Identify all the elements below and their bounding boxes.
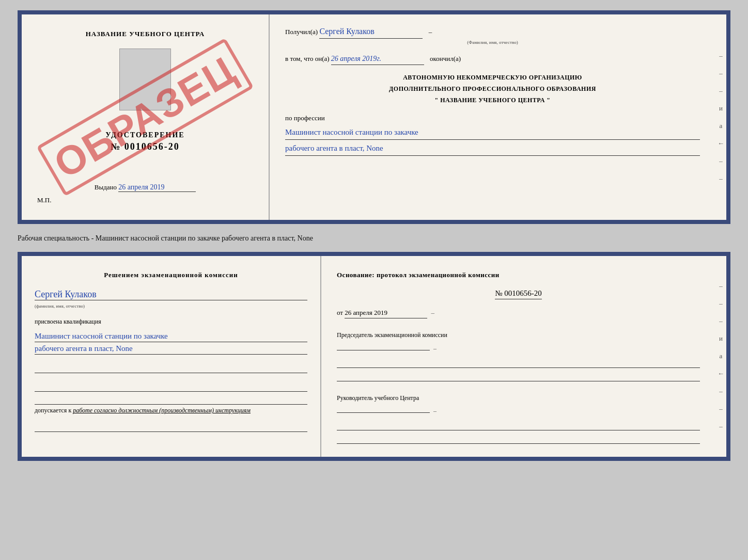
kvali-block: Машинист насосной станции по закачке раб… bbox=[35, 330, 307, 355]
predsedatel-signature-line bbox=[337, 341, 430, 350]
komissia-text: Решением экзаменационной комиссии bbox=[104, 271, 238, 279]
osnovanie-label: Основание: протокол экзаменационной коми… bbox=[337, 269, 700, 281]
vydano-line: Выдано 26 апреля 2019 bbox=[95, 152, 196, 192]
blank-line-r3 bbox=[337, 421, 700, 430]
cert-right-panel: Получил(a) Сергей Кулаков – (Фамилия, им… bbox=[270, 14, 715, 220]
protocol-number-block: № 0010656-20 bbox=[337, 287, 700, 299]
cert-left-panel: НАЗВАНИЕ УЧЕБНОГО ЦЕНТРА ОБРАЗЕЦ УДОСТОВ… bbox=[22, 14, 270, 220]
bottom-right-panel: Основание: протокол экзаменационной коми… bbox=[321, 256, 715, 457]
poluchil-label: Получил(a) bbox=[285, 28, 318, 36]
familiya-label-top: (Фамилия, имя, отчество) bbox=[285, 39, 700, 46]
vydano-label: Выдано bbox=[95, 183, 117, 191]
blank-line-1 bbox=[35, 363, 307, 373]
blank-line-r2 bbox=[337, 372, 700, 381]
udost-number: № 0010656-20 bbox=[105, 141, 184, 152]
vtom-label: в том, что он(a) bbox=[285, 55, 330, 62]
predsedatel-block: Председатель экзаменационной комиссии – bbox=[337, 330, 700, 381]
vtom-date: 26 апреля 2019г. bbox=[331, 53, 424, 65]
komissia-title: Решением экзаменационной комиссии bbox=[35, 269, 307, 281]
vtom-row: в том, что он(a) 26 апреля 2019г. окончи… bbox=[285, 53, 700, 65]
po-professii-row: по профессии Машинист насосной станции п… bbox=[285, 113, 700, 156]
dopuskaetsya-text: работе согласно должностным (производств… bbox=[73, 407, 251, 414]
predsedatel-label: Председатель экзаменационной комиссии bbox=[337, 330, 700, 341]
blank-line-2 bbox=[35, 381, 307, 392]
bottom-left-panel: Решением экзаменационной комиссии Сергей… bbox=[22, 256, 321, 457]
ot-label: от bbox=[337, 309, 343, 316]
protocol-number: № 0010656-20 bbox=[495, 289, 542, 299]
ot-date-block: от 26 апреля 2019 – bbox=[337, 309, 700, 318]
okonchil-label: окончил(а) bbox=[430, 55, 461, 62]
bottom-name: Сергей Кулаков bbox=[35, 289, 307, 300]
top-certificate: НАЗВАНИЕ УЧЕБНОГО ЦЕНТРА ОБРАЗЕЦ УДОСТОВ… bbox=[18, 10, 730, 224]
familiya-label-bottom: (фамилия, имя, отчество) bbox=[35, 303, 85, 309]
kvali-line2: рабочего агента в пласт, None bbox=[35, 344, 307, 355]
blank-line-r4 bbox=[337, 435, 700, 444]
mp-label: М.П. bbox=[32, 196, 51, 204]
udost-title: УДОСТОВЕРЕНИЕ bbox=[105, 131, 184, 139]
right-edge-dashes-bottom: – – – и а ← – – – bbox=[715, 256, 726, 457]
profession-line1: Машинист насосной станции по закачке bbox=[285, 126, 700, 140]
org-block: АВТОНОМНУЮ НЕКОММЕРЧЕСКУЮ ОРГАНИЗАЦИЮ ДО… bbox=[285, 72, 700, 106]
profession-line2: рабочего агента в пласт, None bbox=[285, 142, 700, 156]
dopuskaetsya-prefix: допускается к bbox=[35, 407, 71, 414]
poluchil-name: Сергей Кулаков bbox=[319, 25, 423, 39]
subtitle-label: Рабочая специальность - Машинист насосно… bbox=[18, 234, 313, 242]
org-line2: ДОПОЛНИТЕЛЬНОГО ПРОФЕССИОНАЛЬНОГО ОБРАЗО… bbox=[285, 84, 700, 95]
predsedatel-sign: – bbox=[337, 341, 700, 355]
bottom-certificate: Решением экзаменационной комиссии Сергей… bbox=[18, 252, 730, 461]
prisvoena-label: присвоена квалификация bbox=[35, 318, 307, 326]
rukovoditel-block: Руководитель учебного Центра – bbox=[337, 393, 700, 444]
org-line1: АВТОНОМНУЮ НЕКОММЕРЧЕСКУЮ ОРГАНИЗАЦИЮ bbox=[285, 72, 700, 84]
rukovoditel-label: Руководитель учебного Центра bbox=[337, 393, 700, 404]
subtitle-text: Рабочая специальность - Машинист насосно… bbox=[18, 232, 730, 244]
ot-date-value: 26 апреля 2019 bbox=[345, 309, 427, 318]
right-edge-dashes-top: – – – и а ← – – bbox=[715, 14, 726, 220]
blank-line-3 bbox=[35, 423, 307, 432]
cert-center-title: НАЗВАНИЕ УЧЕБНОГО ЦЕНТРА bbox=[86, 30, 205, 38]
poluchil-row: Получил(a) Сергей Кулаков – (Фамилия, им… bbox=[285, 25, 700, 46]
rukovoditel-signature-line bbox=[337, 404, 430, 413]
bottom-name-block: Сергей Кулаков (фамилия, имя, отчество) bbox=[35, 285, 307, 310]
udostoverenie-block: УДОСТОВЕРЕНИЕ № 0010656-20 bbox=[105, 131, 184, 152]
photo-placeholder bbox=[119, 49, 171, 110]
kvali-line1: Машинист насосной станции по закачке bbox=[35, 332, 307, 342]
blank-line-r1 bbox=[337, 359, 700, 368]
dopuskaetsya-block: допускается к работе согласно должностны… bbox=[35, 404, 307, 414]
org-line3: " НАЗВАНИЕ УЧЕБНОГО ЦЕНТРА " bbox=[285, 95, 700, 106]
po-professii-label: по профессии bbox=[285, 114, 325, 122]
vydano-date: 26 апреля 2019 bbox=[118, 183, 196, 192]
rukovoditel-sign: – bbox=[337, 404, 700, 417]
